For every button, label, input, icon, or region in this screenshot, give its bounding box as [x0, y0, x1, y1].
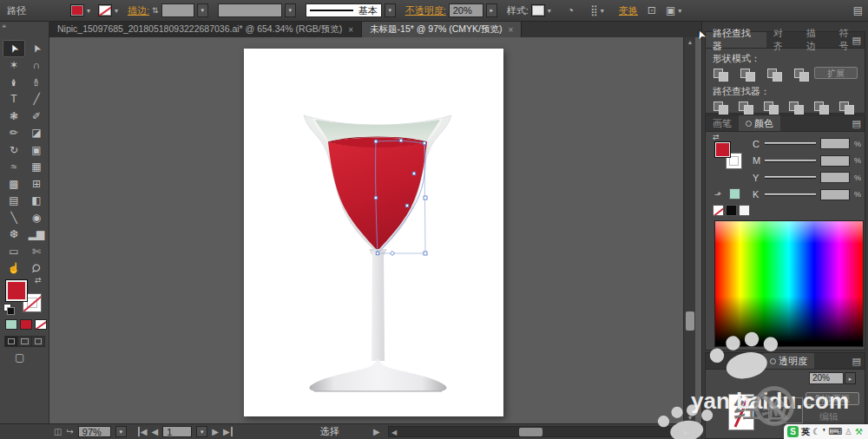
brush-definition-combo[interactable]: 基本: [306, 3, 382, 17]
color-mode-button[interactable]: [5, 319, 17, 330]
fill-color-well[interactable]: [5, 279, 28, 302]
transparency-opacity-field[interactable]: 20%: [809, 372, 844, 384]
chevron-down-icon[interactable]: ▾: [87, 7, 90, 15]
perspective-grid-tool[interactable]: ⊞: [25, 175, 48, 193]
channel-value-field[interactable]: [820, 189, 850, 200]
pen-tool[interactable]: ✒: [3, 74, 25, 91]
vertical-scroll-thumb[interactable]: [686, 311, 694, 331]
outline-button[interactable]: [813, 101, 831, 114]
draw-normal-button[interactable]: [5, 337, 18, 346]
sogou-logo[interactable]: S: [787, 426, 799, 437]
panel-menu-icon[interactable]: ▤: [852, 118, 861, 129]
chevron-down-icon[interactable]: ▾: [548, 7, 551, 15]
scroll-left-icon[interactable]: ◀: [391, 427, 397, 438]
channel-slider[interactable]: [765, 160, 816, 162]
channel-value-field[interactable]: [820, 138, 850, 149]
style-swatch[interactable]: [531, 4, 545, 16]
panel-menu-icon[interactable]: ▤: [852, 356, 861, 367]
scroll-up-icon[interactable]: ▲: [684, 37, 696, 48]
symbol-sprayer-tool[interactable]: ❆: [3, 226, 25, 244]
grid-view-icon[interactable]: ◫: [54, 427, 62, 436]
up-bend-icon[interactable]: ⬏: [714, 190, 721, 200]
channel-slider[interactable]: [765, 142, 816, 145]
mesh-tool[interactable]: ▤: [3, 193, 25, 210]
blend-tool[interactable]: ◉: [25, 209, 48, 226]
free-transform-tool[interactable]: ▦: [25, 159, 48, 176]
chevron-down-icon[interactable]: ▾: [601, 7, 604, 15]
chevron-down-icon[interactable]: ▾: [678, 7, 681, 15]
align-objects-icon[interactable]: ⊡: [648, 4, 656, 16]
horizontal-scrollbar[interactable]: ◀ ▶: [388, 426, 693, 437]
channel-value-field[interactable]: [820, 155, 850, 167]
close-icon[interactable]: ×: [509, 25, 514, 35]
artboard[interactable]: [244, 49, 503, 416]
column-graph-tool[interactable]: ▂▆: [25, 226, 48, 244]
stroke-weight-combo[interactable]: [161, 3, 194, 17]
unite-button[interactable]: [713, 68, 730, 81]
rotate-tool[interactable]: ↻: [3, 141, 25, 159]
trim-button[interactable]: [738, 101, 755, 114]
channel-slider[interactable]: [765, 193, 816, 196]
collapse-panel-icon[interactable]: ❝: [2, 23, 6, 32]
minus-front-button[interactable]: [740, 68, 757, 81]
paintbrush-tool[interactable]: ✐: [25, 108, 48, 125]
merge-button[interactable]: [763, 101, 780, 114]
tab-stroke[interactable]: 描边: [799, 32, 832, 48]
hand-tool[interactable]: ☝: [3, 260, 25, 278]
eraser-tool[interactable]: ◪: [25, 125, 48, 142]
symmetry-grid-icon[interactable]: ⣿: [590, 4, 598, 16]
next-artboard-icon[interactable]: ▶: [212, 427, 219, 436]
chevron-down-icon[interactable]: ▾: [285, 3, 296, 17]
punctuation-icon[interactable]: ❜: [823, 428, 825, 436]
keyboard-icon[interactable]: ⌨: [828, 427, 842, 436]
opacity-field[interactable]: 20%: [449, 3, 483, 17]
transform-link[interactable]: 变换: [619, 4, 638, 17]
stroke-link[interactable]: 描边:: [128, 4, 149, 17]
shape-builder-tool[interactable]: ▩: [3, 175, 25, 193]
doc-tab-nipic[interactable]: Nipic_15097685_20180518093222687036.ai* …: [49, 22, 362, 37]
arrange-icon[interactable]: ▣: [666, 4, 675, 16]
draw-behind-button[interactable]: [18, 337, 31, 346]
lasso-tool[interactable]: ∩: [25, 57, 48, 75]
status-popup-icon[interactable]: ▶: [373, 427, 380, 436]
channel-value-field[interactable]: [820, 172, 850, 183]
first-artboard-icon[interactable]: ◀: [138, 427, 148, 436]
prev-artboard-icon[interactable]: ◀: [152, 427, 159, 436]
gradient-tool[interactable]: ◧: [25, 193, 48, 210]
white-swatch[interactable]: [739, 205, 750, 216]
tab-color[interactable]: 颜色: [739, 115, 780, 131]
tab-brushes[interactable]: 画笔: [706, 115, 739, 131]
slice-tool[interactable]: ✄: [25, 243, 48, 260]
export-icon[interactable]: ↪: [66, 427, 73, 436]
last-color-swatch[interactable]: [729, 188, 740, 200]
vertical-scrollbar[interactable]: ▲ ▼: [683, 37, 695, 423]
person-icon[interactable]: ♙: [845, 428, 852, 436]
chevron-right-icon[interactable]: ▸: [486, 3, 497, 17]
draw-inside-button[interactable]: [32, 337, 44, 346]
artboard-tool[interactable]: ▭: [3, 243, 25, 260]
curvature-pen-tool[interactable]: ✑: [25, 74, 48, 91]
opacity-link[interactable]: 不透明度:: [405, 4, 446, 17]
zoom-level-field[interactable]: 97%: [78, 426, 111, 437]
none-mode-button[interactable]: [35, 319, 47, 330]
zoom-dropdown-icon[interactable]: ▾: [115, 426, 127, 437]
line-segment-tool[interactable]: ╱: [25, 91, 48, 108]
color-spectrum[interactable]: [714, 220, 864, 347]
fill-color-swatch[interactable]: [70, 4, 84, 16]
stroke-weight-stepper[interactable]: ⇅: [152, 7, 159, 15]
stroke-color-swatch[interactable]: [98, 4, 112, 16]
moon-icon[interactable]: ☾: [812, 428, 820, 436]
chevron-down-icon[interactable]: ▾: [385, 3, 396, 17]
exclude-button[interactable]: [793, 68, 811, 81]
divide-button[interactable]: [713, 101, 730, 114]
ime-lang-toggle[interactable]: 英: [801, 428, 810, 436]
crop-button[interactable]: [788, 101, 806, 114]
expand-button[interactable]: 扩展: [814, 67, 858, 79]
artboard-number-field[interactable]: 1: [162, 426, 192, 437]
chevron-down-icon[interactable]: ▾: [197, 3, 208, 17]
canvas[interactable]: ▲ ▼: [49, 37, 701, 423]
blob-brush-tool[interactable]: ❃: [3, 108, 25, 125]
eyedropper-tool[interactable]: ╲: [3, 209, 25, 226]
tab-align[interactable]: 对齐: [766, 32, 799, 48]
width-profile-combo[interactable]: [218, 3, 282, 17]
